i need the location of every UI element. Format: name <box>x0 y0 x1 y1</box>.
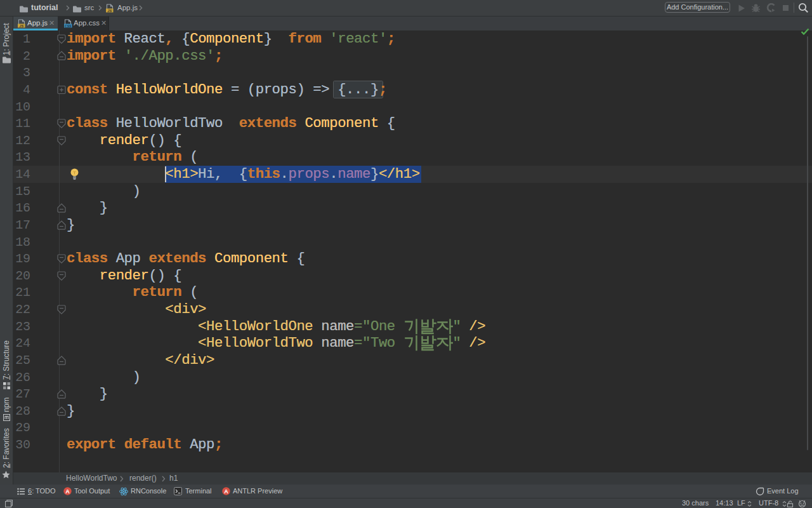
svg-text:CSS: CSS <box>65 24 72 28</box>
svg-text:JS: JS <box>107 9 112 13</box>
svg-text:JS: JS <box>19 24 23 28</box>
svg-text:A: A <box>65 488 70 495</box>
svg-text:A: A <box>224 488 228 495</box>
